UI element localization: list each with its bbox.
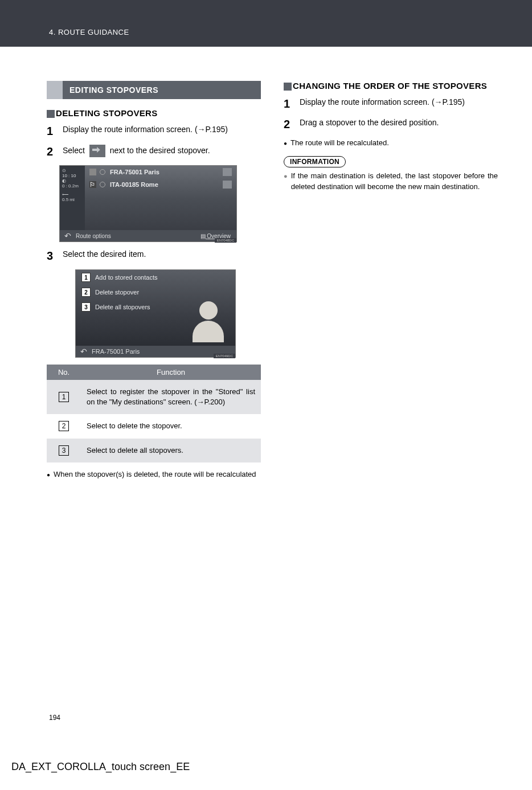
back-icon: ↶ xyxy=(76,347,92,356)
ss-row-1: FRA-75001 Paris xyxy=(85,166,236,178)
information-content: ● If the main destination is deleted, th… xyxy=(284,171,498,193)
section-title: EDITING STOPOVERS xyxy=(63,81,261,99)
step-number: 1 xyxy=(284,97,300,110)
ss-dist: 0 : 0.2m xyxy=(62,183,83,189)
ss-dist2: 0.5 mi xyxy=(62,197,83,202)
subsection-title: DELETING STOPOVERS xyxy=(56,108,158,118)
boxed-num-3: 3 xyxy=(59,445,69,456)
table-header-function: Function xyxy=(81,365,261,380)
section-header-block xyxy=(47,81,63,99)
content-area: EDITING STOPOVERS DELETING STOPOVERS 1 D… xyxy=(0,47,532,480)
step-3: 3 Select the desired item. xyxy=(47,249,261,263)
ss2-bottom-bar: ↶ FRA-75001 Paris xyxy=(76,346,235,357)
step-number: 1 xyxy=(47,124,63,138)
information-label: INFORMATION xyxy=(284,156,346,167)
ss2-item1-text: Add to stored contacts xyxy=(95,274,157,281)
step-text: Display the route information screen. (→… xyxy=(300,97,498,108)
screenshot-tag: EN7048DC xyxy=(215,238,236,243)
edit-icon xyxy=(89,145,105,157)
section-header: EDITING STOPOVERS xyxy=(47,81,261,99)
right-column: CHANGING THE ORDER OF THE STOPOVERS 1 Di… xyxy=(284,81,498,480)
edit-icon xyxy=(223,168,232,176)
step-text: Display the route information screen. (→… xyxy=(63,124,261,136)
step-number: 2 xyxy=(47,145,63,158)
header-band: 4. ROUTE GUIDANCE xyxy=(0,0,532,47)
screenshot-tag: EN7049DC xyxy=(214,354,235,358)
bullet-dot: ● xyxy=(284,140,287,148)
bullet-dot: ● xyxy=(47,471,50,479)
boxed-num-1: 1 xyxy=(59,392,69,402)
table-cell-func1: Select to register the stopover in the "… xyxy=(81,380,261,414)
ss2-bottom-text: FRA-75001 Paris xyxy=(92,348,140,355)
table-row: 2 Select to delete the stopover. xyxy=(47,414,261,438)
subsection-changing-order: CHANGING THE ORDER OF THE STOPOVERS xyxy=(284,81,498,91)
info-text: If the main destination is deleted, the … xyxy=(291,171,498,193)
menu-screenshot: 1 Add to stored contacts 2 Delete stopov… xyxy=(75,269,236,358)
subsection-marker xyxy=(47,110,55,118)
circle-icon xyxy=(100,182,105,187)
bullet-recalculated: ● When the stopover(s) is deleted, the r… xyxy=(47,469,261,480)
step2-text-a: Select xyxy=(63,146,85,155)
ss-row1-text: FRA-75001 Paris xyxy=(110,169,159,175)
left-column: EDITING STOPOVERS DELETING STOPOVERS 1 D… xyxy=(47,81,261,480)
avatar-icon xyxy=(193,301,224,341)
table-row: 1 Select to register the stopover in the… xyxy=(47,380,261,414)
callout-1: 1 xyxy=(81,273,91,282)
route-info-screenshot: ⊙ 10 : 10 ◐ 0 : 0.2m ⟵ 0.5 mi FRA-75001 … xyxy=(59,165,237,242)
ss2-main: 1 Add to stored contacts 2 Delete stopov… xyxy=(76,270,235,347)
subsection-deleting: DELETING STOPOVERS xyxy=(47,108,261,118)
function-table: No. Function 1 Select to register the st… xyxy=(47,365,261,462)
page-number: 194 xyxy=(49,714,60,722)
info-bullet: ● xyxy=(284,172,288,181)
edit-icon xyxy=(223,181,232,189)
callout-3: 3 xyxy=(81,302,91,312)
bullet-text: When the stopover(s) is deleted, the rou… xyxy=(54,469,261,480)
step-text: Select the desired item. xyxy=(63,249,261,260)
breadcrumb: 4. ROUTE GUIDANCE xyxy=(49,28,129,36)
step-2-right: 2 Drag a stopover to the desired positio… xyxy=(284,117,498,131)
information-box: INFORMATION ● If the main destination is… xyxy=(284,156,498,193)
ss-main: FRA-75001 Paris ⚐ ITA-00185 Rome xyxy=(85,166,236,231)
ss2-item-1: 1 Add to stored contacts xyxy=(76,270,235,285)
table-header-no: No. xyxy=(47,365,81,380)
table-cell-func2: Select to delete the stopover. xyxy=(81,414,261,438)
footer-text: DA_EXT_COROLLA_touch screen_EE xyxy=(11,761,190,773)
step-text: Drag a stopover to the desired position. xyxy=(300,117,498,129)
flag-icon: ⚐ xyxy=(89,181,96,188)
ss-bottom-bar: ↶ Route options ▤ Overview xyxy=(60,230,236,241)
ss-time: 10 : 10 xyxy=(62,173,83,178)
step-number: 2 xyxy=(284,117,300,131)
step-text: Select next to the desired stopover. xyxy=(63,145,261,157)
ss2-item-2: 2 Delete stopover xyxy=(76,285,235,300)
ss2-item3-text: Delete all stopovers xyxy=(95,304,150,310)
back-icon: ↶ xyxy=(60,231,76,240)
table-row: 3 Select to delete all stopovers. xyxy=(47,439,261,462)
callout-2: 2 xyxy=(81,288,91,297)
ss2-item2-text: Delete stopover xyxy=(95,289,139,296)
ss-row2-text: ITA-00185 Rome xyxy=(110,181,158,188)
flag-icon xyxy=(89,169,96,175)
bullet-text: The route will be recalculated. xyxy=(290,138,498,148)
table-header-row: No. Function xyxy=(47,365,261,380)
bullet-recalculated-right: ● The route will be recalculated. xyxy=(284,138,498,148)
subsection-title: CHANGING THE ORDER OF THE STOPOVERS xyxy=(293,81,487,91)
boxed-num-2: 2 xyxy=(59,421,69,431)
step-1: 1 Display the route information screen. … xyxy=(47,124,261,138)
step-1-right: 1 Display the route information screen. … xyxy=(284,97,498,110)
circle-icon xyxy=(100,169,105,175)
ss-sidebar: ⊙ 10 : 10 ◐ 0 : 0.2m ⟵ 0.5 mi xyxy=(60,166,85,231)
step2-text-b: next to the desired stopover. xyxy=(110,146,210,155)
table-cell-func3: Select to delete all stopovers. xyxy=(81,439,261,462)
step-number: 3 xyxy=(47,249,63,263)
route-options-label: Route options xyxy=(76,233,111,239)
subsection-marker xyxy=(284,83,292,91)
step-2: 2 Select next to the desired stopover. xyxy=(47,145,261,158)
ss-row-2: ⚐ ITA-00185 Rome xyxy=(85,178,236,191)
